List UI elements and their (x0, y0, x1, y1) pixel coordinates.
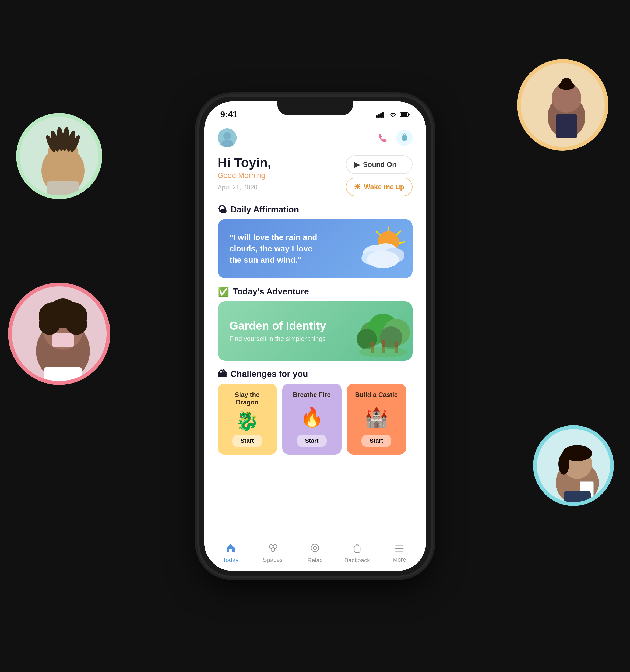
svg-rect-18 (52, 333, 74, 347)
svg-point-17 (66, 313, 87, 335)
greeting-hi: Hi Toyin, (218, 155, 271, 170)
battery-icon (400, 112, 410, 117)
adventure-text: Garden of Identity Find yourself in the … (229, 319, 326, 342)
svg-point-16 (39, 313, 60, 335)
challenge-title-3: Build a Castle (355, 391, 398, 399)
svg-point-65 (359, 346, 407, 357)
wifi-icon (389, 112, 397, 118)
wake-me-up-button[interactable]: ☀ Wake me up (346, 177, 413, 196)
bottom-nav: Today Spaces (204, 536, 426, 571)
svg-point-69 (311, 544, 319, 552)
adventure-card[interactable]: Garden of Identity Find yourself in the … (218, 302, 413, 361)
app-header (218, 123, 413, 150)
phone-frame: 9:41 (199, 97, 431, 576)
todays-adventure-title: ✅ Today's Adventure (218, 286, 413, 297)
nav-today[interactable]: Today (210, 543, 252, 563)
avatar-orange (517, 59, 608, 151)
adventure-subtitle: Find yourself in the simpler things (229, 335, 326, 343)
svg-rect-37 (382, 112, 384, 118)
affirmation-text: "I will love the rain and clouds, the wa… (229, 232, 324, 266)
phone-icon-button[interactable] (375, 130, 391, 146)
backpack-icon (353, 543, 362, 555)
spaces-icon (267, 543, 278, 555)
greeting-buttons: ▶ Sound On ☀ Wake me up (346, 155, 413, 196)
challenge-emoji-1: 🐉 (236, 410, 259, 432)
greeting-sub: Good Morning (218, 171, 271, 180)
play-icon: ▶ (354, 160, 360, 169)
greeting-left: Hi Toyin, Good Morning April 21, 2020 (218, 155, 271, 191)
status-icons (376, 112, 410, 118)
greeting-section: Hi Toyin, Good Morning April 21, 2020 ▶ … (218, 155, 413, 196)
greeting-date: April 21, 2020 (218, 184, 271, 191)
phone-icon (379, 133, 388, 142)
challenge-title-1: Slay the Dragon (225, 391, 269, 406)
start-button-1[interactable]: Start (232, 435, 262, 447)
svg-rect-34 (376, 116, 378, 118)
svg-line-49 (376, 231, 380, 235)
avatar-pink (8, 283, 110, 385)
nav-relax[interactable]: Relax (294, 543, 336, 564)
svg-point-70 (313, 546, 316, 550)
sun-clouds-illustration (356, 224, 410, 273)
daily-affirmation-label: Daily Affirmation (231, 205, 299, 215)
nav-backpack[interactable]: Backpack (336, 543, 379, 564)
avatar-teal (533, 425, 614, 506)
svg-rect-33 (564, 491, 591, 506)
phone-notch (277, 101, 353, 115)
nav-spaces-label: Spaces (263, 556, 283, 563)
nav-backpack-label: Backpack (344, 557, 370, 564)
scroll-content[interactable]: Hi Toyin, Good Morning April 21, 2020 ▶ … (204, 123, 426, 536)
svg-line-50 (399, 242, 405, 243)
adventure-section-icon: ✅ (218, 286, 229, 297)
svg-point-31 (558, 453, 569, 475)
svg-point-38 (392, 116, 393, 117)
daily-affirmation-title: 🌤 Daily Affirmation (218, 204, 413, 215)
challenge-slay-dragon[interactable]: Slay the Dragon 🐉 Start (218, 384, 277, 455)
bell-icon-button[interactable] (396, 130, 413, 146)
signal-icon (376, 112, 386, 118)
svg-rect-19 (44, 367, 82, 385)
svg-rect-40 (409, 114, 410, 116)
svg-point-46 (404, 134, 405, 135)
challenges-title: 🏔 Challenges for you (218, 369, 413, 379)
challenge-breathe-fire[interactable]: Breathe Fire 🔥 Start (282, 384, 341, 455)
start-button-3[interactable]: Start (361, 435, 391, 447)
svg-point-24 (561, 78, 572, 89)
affirmation-card[interactable]: "I will love the rain and clouds, the wa… (218, 219, 413, 278)
challenge-build-castle[interactable]: Build a Castle 🏰 Start (347, 384, 406, 455)
svg-rect-35 (378, 114, 380, 118)
nav-today-label: Today (223, 556, 239, 563)
svg-rect-45 (404, 140, 406, 141)
user-avatar[interactable] (218, 128, 237, 147)
challenge-title-2: Breathe Fire (293, 391, 331, 399)
home-icon (226, 543, 236, 555)
svg-rect-26 (556, 114, 577, 138)
todays-adventure-label: Today's Adventure (233, 287, 309, 296)
wake-label: Wake me up (364, 183, 405, 191)
adventure-title: Garden of Identity (229, 319, 326, 333)
start-button-2[interactable]: Start (297, 435, 326, 447)
svg-point-68 (271, 548, 275, 552)
nav-relax-label: Relax (307, 557, 322, 564)
challenge-emoji-2: 🔥 (300, 402, 323, 432)
nav-more[interactable]: More (379, 543, 421, 563)
phone-inner: 9:41 (204, 101, 426, 571)
avatar-green (16, 113, 102, 199)
svg-rect-36 (380, 113, 382, 118)
nav-more-label: More (393, 556, 406, 563)
nav-spaces[interactable]: Spaces (251, 543, 294, 563)
trees-illustration (356, 307, 410, 361)
status-time: 9:41 (220, 110, 238, 119)
challenges-row: Slay the Dragon 🐉 Start Breathe Fire 🔥 S… (218, 384, 413, 455)
svg-rect-9 (47, 182, 79, 199)
challenge-emoji-3: 🏰 (365, 402, 388, 432)
challenges-label: Challenges for you (231, 369, 308, 379)
header-icons (375, 130, 413, 146)
bell-icon (400, 133, 409, 142)
sound-on-button[interactable]: ▶ Sound On (346, 155, 413, 174)
svg-point-56 (367, 251, 399, 268)
svg-line-48 (396, 231, 401, 235)
phone-screen: 9:41 (204, 101, 426, 571)
svg-rect-41 (401, 113, 407, 116)
sun-icon: ☀ (354, 183, 361, 191)
